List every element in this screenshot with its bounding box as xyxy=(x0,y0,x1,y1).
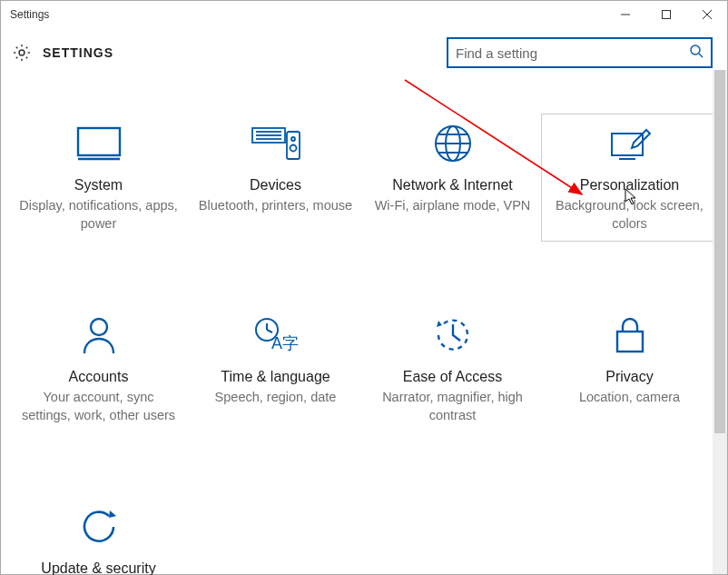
accounts-icon xyxy=(17,314,180,356)
tile-desc: Bluetooth, printers, mouse xyxy=(194,197,357,215)
personalization-icon xyxy=(548,123,711,164)
tile-title: Devices xyxy=(194,177,357,193)
svg-rect-1 xyxy=(662,11,670,19)
tile-title: Accounts xyxy=(17,369,180,385)
maximize-button[interactable] xyxy=(645,1,686,28)
privacy-icon xyxy=(548,314,711,356)
tile-ease-of-access[interactable]: Ease of Access Narrator, magnifier, high… xyxy=(364,305,541,433)
tile-desc: Narrator, magnifier, high contrast xyxy=(371,389,534,424)
close-button[interactable] xyxy=(686,1,727,28)
tile-desc: Background, lock screen, colors xyxy=(548,197,711,233)
titlebar: Settings xyxy=(1,1,727,28)
search-input[interactable] xyxy=(456,45,689,61)
tile-title: Time & language xyxy=(194,369,357,385)
tile-title: Privacy xyxy=(548,369,711,385)
tile-time-language[interactable]: A字 Time & language Speech, region, date xyxy=(187,305,364,433)
svg-point-21 xyxy=(91,319,107,335)
svg-point-5 xyxy=(691,45,700,55)
tile-desc: Wi-Fi, airplane mode, VPN xyxy=(371,197,534,215)
time-language-icon: A字 xyxy=(194,314,357,356)
tile-accounts[interactable]: Accounts Your account, sync settings, wo… xyxy=(10,305,187,433)
header: SETTINGS xyxy=(1,28,727,77)
tile-personalization[interactable]: Personalization Background, lock screen,… xyxy=(541,114,718,242)
tile-title: Ease of Access xyxy=(371,369,534,385)
svg-point-14 xyxy=(291,137,295,141)
svg-rect-26 xyxy=(617,332,643,352)
settings-grid: System Display, notifications, apps, pow… xyxy=(1,114,727,575)
update-security-icon xyxy=(17,506,180,548)
content-area: System Display, notifications, apps, pow… xyxy=(1,77,727,575)
svg-point-15 xyxy=(290,145,296,152)
network-icon xyxy=(371,123,534,164)
page-title: SETTINGS xyxy=(43,45,113,60)
tile-title: Personalization xyxy=(548,177,711,193)
tile-update-security[interactable]: Update & security xyxy=(10,497,187,575)
tile-title: System xyxy=(17,177,180,193)
svg-text:A字: A字 xyxy=(271,334,299,352)
tile-title: Update & security xyxy=(17,560,180,575)
svg-line-6 xyxy=(699,54,703,57)
tile-title: Network & Internet xyxy=(371,177,534,193)
settings-gear-icon xyxy=(12,43,32,63)
tile-desc: Display, notifications, apps, power xyxy=(17,197,180,233)
search-box[interactable] xyxy=(447,37,713,68)
tile-desc: Location, camera xyxy=(548,389,711,407)
minimize-button[interactable] xyxy=(605,1,645,28)
tile-devices[interactable]: Devices Bluetooth, printers, mouse xyxy=(187,114,364,242)
scrollbar-thumb[interactable] xyxy=(714,70,725,433)
devices-icon xyxy=(194,123,357,164)
search-icon xyxy=(689,44,703,62)
tile-privacy[interactable]: Privacy Location, camera xyxy=(541,305,718,433)
ease-of-access-icon xyxy=(371,314,534,356)
system-icon xyxy=(17,123,180,164)
svg-rect-7 xyxy=(78,128,120,155)
settings-window: Settings SETTINGS xyxy=(0,0,728,575)
svg-line-24 xyxy=(267,330,272,332)
tile-network[interactable]: Network & Internet Wi-Fi, airplane mode,… xyxy=(364,114,541,242)
svg-point-4 xyxy=(19,50,25,55)
tile-desc: Your account, sync settings, work, other… xyxy=(17,389,180,424)
window-title: Settings xyxy=(10,8,605,21)
scrollbar[interactable] xyxy=(713,70,727,574)
tile-system[interactable]: System Display, notifications, apps, pow… xyxy=(10,114,187,242)
tile-desc: Speech, region, date xyxy=(194,389,357,407)
